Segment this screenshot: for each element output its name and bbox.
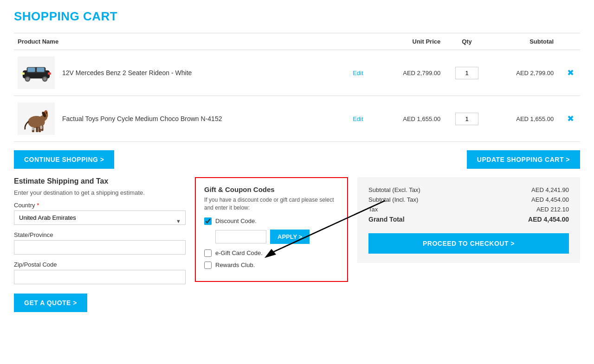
subtotal-incl-value: AED 4,454.00 [531,196,569,203]
subtotal-1: AED 2,799.00 [490,50,557,96]
qty-input-1[interactable] [455,67,478,79]
discount-code-input[interactable] [215,230,266,243]
col-header-subtotal: Subtotal [490,33,557,50]
egift-label: e-Gift Card Code. [215,249,263,256]
subtotal-incl-label: Subtotal (Incl. Tax) [368,196,418,203]
shipping-subtitle: Enter your destination to get a shipping… [14,189,186,196]
update-cart-button[interactable]: UPDATE SHOPPING CART > [467,150,580,169]
country-select-wrapper[interactable]: United Arab Emirates [14,211,186,231]
col-header-product: Product Name [14,33,325,50]
grand-total-label: Grand Total [368,216,405,223]
svg-point-21 [46,112,47,114]
table-row: Factual Toys Pony Cycle Medium Choco Bro… [14,96,580,142]
qty-input-2[interactable] [455,113,478,125]
egift-checkbox[interactable] [204,249,212,257]
subtotal-2: AED 1,655.00 [490,96,557,142]
product-image-2 [18,102,55,135]
unit-price-1: AED 2,799.00 [371,50,445,96]
svg-rect-10 [21,72,25,75]
coupon-title: Gift & Coupon Codes [204,185,339,193]
subtotal-incl-row: Subtotal (Incl. Tax) AED 4,454.00 [368,196,569,203]
coupon-section: Gift & Coupon Codes If you have a discou… [195,177,348,282]
unit-price-2: AED 1,655.00 [371,96,445,142]
discount-checkbox[interactable] [204,217,212,225]
discount-label: Discount Code. [215,217,257,224]
product-name-2: Factual Toys Pony Cycle Medium Choco Bro… [62,115,222,122]
col-header-qty: Qty [444,33,490,50]
remove-button-2[interactable]: ✖ [567,114,574,124]
checkout-button[interactable]: PROCEED TO CHECKOUT > [368,233,569,254]
coupon-description: If you have a discount code or gift card… [204,196,339,212]
egift-option: e-Gift Card Code. [204,249,339,257]
grand-total-row: Grand Total AED 4,454.00 [368,216,569,223]
tax-value: AED 212.10 [536,206,569,213]
state-label: State/Province [14,231,186,238]
col-header-unit-price: Unit Price [371,33,445,50]
discount-input-row: APPLY > [215,230,339,244]
required-star: * [37,202,39,209]
discount-code-option: Discount Code. [204,217,339,225]
remove-button-1[interactable]: ✖ [567,68,574,78]
zip-label: Zip/Postal Code [14,261,186,268]
svg-rect-5 [37,67,44,71]
subtotal-excl-row: Subtotal (Excl. Tax) AED 4,241.90 [368,186,569,193]
cart-actions: CONTINUE SHOPPING > UPDATE SHOPPING CART… [14,150,580,169]
svg-point-23 [40,125,42,129]
table-row: 12V Mercedes Benz 2 Seater Rideon - Whit… [14,50,580,96]
col-header-remove [557,33,580,50]
col-header-actions [325,33,371,50]
shipping-section: Estimate Shipping and Tax Enter your des… [14,177,186,312]
country-label: Country * [14,202,186,209]
country-select[interactable]: United Arab Emirates [14,211,186,225]
rewards-option: Rewards Club. [204,262,339,269]
apply-button[interactable]: APPLY > [270,230,310,244]
svg-point-7 [26,77,29,80]
cart-table: Product Name Unit Price Qty Subtotal [14,33,580,142]
product-image-1 [18,57,55,89]
svg-rect-4 [27,67,35,71]
product-name-1: 12V Mercedes Benz 2 Seater Rideon - Whit… [62,69,192,77]
svg-point-22 [32,127,34,130]
bottom-row: Estimate Shipping and Tax Enter your des… [14,177,580,312]
page-title: SHOPPING CART [14,9,580,24]
subtotal-excl-label: Subtotal (Excl. Tax) [368,186,420,193]
grand-total-value: AED 4,454.00 [528,216,569,223]
svg-point-9 [43,77,46,80]
edit-link-2[interactable]: Edit [353,115,363,122]
subtotal-excl-value: AED 4,241.90 [531,186,569,193]
rewards-label: Rewards Club. [215,262,255,268]
tax-label: Tax [368,206,378,213]
tax-row: Tax AED 212.10 [368,206,569,213]
zip-input[interactable] [14,270,186,284]
svg-rect-17 [36,127,38,132]
state-input[interactable] [14,240,186,255]
continue-shopping-button[interactable]: CONTINUE SHOPPING > [14,150,114,169]
rewards-checkbox[interactable] [204,262,212,269]
order-summary: Subtotal (Excl. Tax) AED 4,241.90 Subtot… [357,177,580,263]
get-quote-button[interactable]: GET A QUOTE > [14,294,87,312]
svg-rect-11 [48,72,51,75]
shipping-title: Estimate Shipping and Tax [14,177,186,185]
edit-link-1[interactable]: Edit [353,70,363,77]
